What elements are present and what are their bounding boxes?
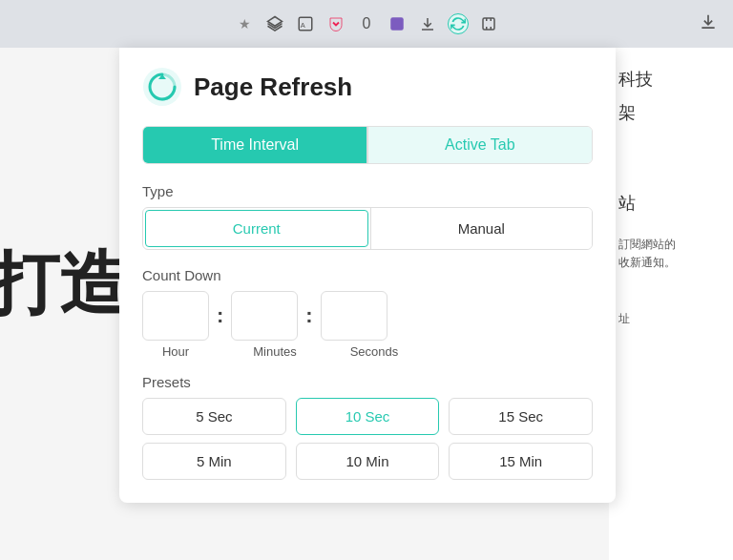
tab-row: Time Interval Active Tab — [142, 126, 593, 164]
bg-right-section: 站 — [618, 191, 723, 217]
presets-grid: 5 Sec 10 Sec 15 Sec 5 Min 10 Min 15 Min — [142, 398, 593, 480]
layers-icon[interactable] — [264, 13, 285, 34]
privacy-icon[interactable]: 0 — [356, 13, 377, 34]
presets-row-1: 5 Sec 10 Sec 15 Sec — [142, 398, 593, 435]
browser-chrome: ★ A 0 — [0, 0, 733, 48]
preset-10sec[interactable]: 10 Sec — [296, 398, 440, 435]
countdown-label: Count Down — [142, 267, 593, 283]
tab-active-tab[interactable]: Active Tab — [368, 127, 592, 163]
countdown-row: : : — [142, 291, 593, 341]
popup-logo-icon — [142, 67, 182, 107]
bg-right-label: 址 — [618, 310, 723, 328]
countdown-labels: Hour Minutes Seconds — [142, 344, 593, 359]
preset-5min[interactable]: 5 Min — [142, 443, 286, 480]
popup-panel: Page Refresh Time Interval Active Tab Ty… — [119, 48, 616, 503]
svg-rect-3 — [390, 17, 404, 31]
page-bg-right-panel: 科技 架 站 訂閱網站的收新通知。 址 — [609, 48, 733, 560]
preset-10min[interactable]: 10 Min — [296, 443, 440, 480]
page-refresh-icon[interactable] — [448, 13, 469, 34]
extensions-icon[interactable] — [478, 13, 499, 34]
download-icon[interactable] — [699, 12, 718, 36]
popup-title: Page Refresh — [194, 73, 352, 102]
countdown-minutes-input[interactable] — [231, 291, 298, 341]
presets-label: Presets — [142, 374, 593, 390]
type-row: Current Manual — [142, 207, 593, 250]
countdown-sep-1: : — [215, 303, 225, 328]
countdown-seconds-label: Seconds — [341, 344, 408, 359]
presets-row-2: 5 Min 10 Min 15 Min — [142, 443, 593, 480]
browser-toolbar: ★ A 0 — [234, 13, 499, 34]
translate-icon[interactable]: A — [295, 13, 316, 34]
bg-right-sub: 訂閱網站的收新通知。 — [618, 236, 723, 272]
preset-15sec[interactable]: 15 Sec — [449, 398, 593, 435]
pocket-icon[interactable] — [325, 13, 346, 34]
preset-15min[interactable]: 15 Min — [449, 443, 593, 480]
countdown-hour-label: Hour — [142, 344, 209, 359]
svg-text:A: A — [301, 21, 305, 30]
download-manager-icon[interactable] — [417, 13, 438, 34]
type-manual-btn[interactable]: Manual — [371, 208, 593, 249]
bookmark-icon[interactable]: ★ — [234, 13, 255, 34]
preset-5sec[interactable]: 5 Sec — [142, 398, 286, 435]
countdown-minutes-label: Minutes — [241, 344, 308, 359]
type-current-btn[interactable]: Current — [145, 210, 368, 247]
capture-icon[interactable] — [387, 13, 408, 34]
svg-rect-5 — [483, 18, 494, 30]
countdown-seconds-input[interactable] — [321, 291, 387, 341]
countdown-sep-2: : — [304, 303, 314, 328]
popup-header: Page Refresh — [142, 67, 593, 107]
type-label: Type — [142, 183, 593, 199]
countdown-hour-input[interactable] — [142, 291, 209, 341]
bg-right-subtitle: 架 — [618, 100, 723, 126]
main-area: 打造的 科技 架 站 訂閱網站的收新通知。 址 Page Refresh Tim… — [0, 48, 733, 560]
tab-time-interval[interactable]: Time Interval — [143, 127, 366, 163]
bg-right-title: 科技 — [618, 67, 723, 93]
